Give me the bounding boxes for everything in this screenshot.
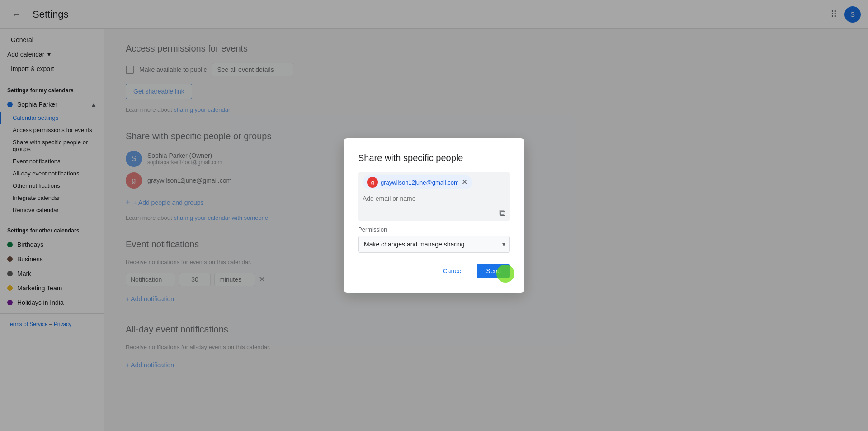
permission-label: Permission xyxy=(358,226,510,233)
cancel-button[interactable]: Cancel xyxy=(436,264,470,278)
chip-initial: g xyxy=(371,180,374,185)
chip-remove-button[interactable]: ✕ xyxy=(462,179,467,186)
permission-dropdown[interactable]: See only free/busy (hide details) See al… xyxy=(358,236,510,253)
chip-avatar: g xyxy=(367,177,378,188)
cursor-indicator xyxy=(496,265,514,283)
modal-actions: Cancel Send xyxy=(358,264,510,278)
modal-overlay: Share with specific people g graywilson1… xyxy=(0,0,868,431)
permission-select-wrapper: See only free/busy (hide details) See al… xyxy=(358,236,510,253)
modal-title: Share with specific people xyxy=(358,153,510,163)
share-modal: Share with specific people g graywilson1… xyxy=(344,138,524,293)
email-chip: g graywilson12june@gmail.com ✕ xyxy=(363,175,472,189)
add-email-input[interactable] xyxy=(363,193,505,204)
chip-row: g graywilson12june@gmail.com ✕ ⧉ xyxy=(358,172,510,221)
copy-icon[interactable]: ⧉ xyxy=(499,208,505,218)
chip-email-text: graywilson12june@gmail.com xyxy=(381,179,459,186)
